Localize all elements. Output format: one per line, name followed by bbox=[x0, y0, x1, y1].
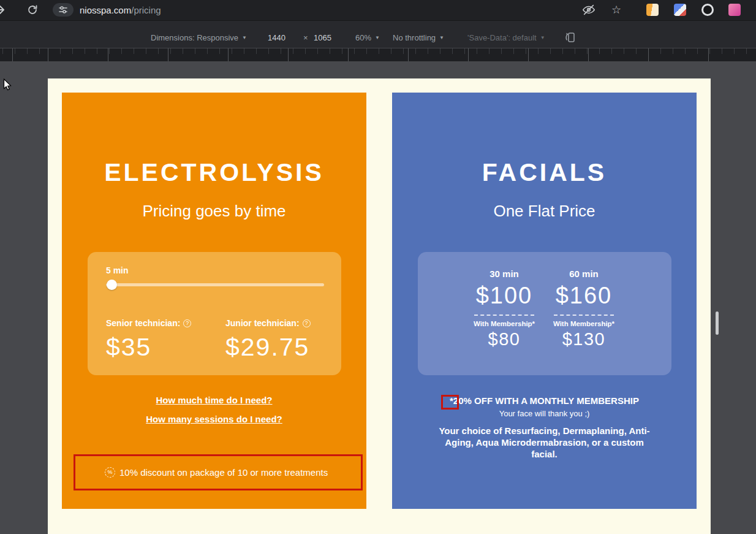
time-slider-value: 5 min bbox=[106, 265, 129, 275]
facials-subtitle: One Flat Price bbox=[392, 202, 697, 221]
facials-price-column-30min: 30 min $100 With Membership* $80 bbox=[461, 269, 547, 349]
membership-price: $80 bbox=[461, 329, 547, 349]
zoom-select[interactable]: 60% ▼ bbox=[355, 33, 380, 42]
electrolysis-card: ELECTROLYSIS Pricing goes by time 5 min … bbox=[62, 93, 366, 509]
link-how-much-time[interactable]: How much time do I need? bbox=[62, 395, 366, 405]
dimensions-label: Dimensions: Responsive bbox=[151, 33, 238, 42]
dashed-divider bbox=[474, 315, 534, 316]
rotate-viewport-button[interactable] bbox=[564, 31, 576, 44]
extension-icon-2[interactable] bbox=[674, 4, 686, 16]
duration-label: 60 min bbox=[541, 269, 627, 279]
extension-icon-1[interactable] bbox=[646, 4, 659, 16]
save-data-value: 'Save-Data': default bbox=[467, 33, 537, 42]
browser-toolbar: niosspa.com/pricing ☆ bbox=[0, 0, 756, 20]
viewport-width-input[interactable]: 1440 bbox=[268, 33, 285, 42]
junior-technician-price: $29.75 bbox=[225, 333, 311, 362]
site-settings-button[interactable] bbox=[53, 3, 74, 17]
mouse-cursor bbox=[3, 78, 13, 92]
price-value: $100 bbox=[461, 283, 547, 309]
facials-price-column-60min: 60 min $160 With Membership* $130 bbox=[541, 269, 627, 349]
membership-label: With Membership* bbox=[541, 320, 627, 327]
address-bar[interactable]: niosspa.com/pricing bbox=[80, 0, 161, 20]
chevron-down-icon: ▼ bbox=[375, 35, 380, 40]
senior-technician-block: Senior technician: ? $35 bbox=[106, 318, 191, 362]
membership-label: With Membership* bbox=[461, 320, 547, 327]
screen: niosspa.com/pricing ☆ Dimensions: Respon… bbox=[0, 0, 756, 534]
facials-panel: 30 min $100 With Membership* $80 60 min … bbox=[418, 252, 671, 375]
membership-promo: *20% OFF WITH A MONTHLY MEMBERSHIP bbox=[392, 395, 697, 406]
duration-label: 30 min bbox=[461, 269, 547, 279]
eye-off-icon[interactable] bbox=[582, 3, 595, 17]
dashed-divider bbox=[554, 315, 614, 316]
promo-highlight-box bbox=[441, 395, 459, 410]
devtools-workspace: ELECTROLYSIS Pricing goes by time 5 min … bbox=[0, 61, 756, 534]
zoom-value: 60% bbox=[355, 33, 371, 42]
junior-technician-label: Junior technician: bbox=[225, 318, 300, 328]
dimensions-times-label: × bbox=[303, 33, 308, 42]
discount-highlight-box: % 10% discount on package of 10 or more … bbox=[74, 454, 363, 490]
chevron-down-icon: ▼ bbox=[540, 35, 545, 40]
electrolysis-links: How much time do I need? How many sessio… bbox=[62, 395, 366, 433]
senior-technician-label: Senior technician: bbox=[106, 318, 180, 328]
throttling-value: No throttling bbox=[393, 33, 436, 42]
membership-price: $130 bbox=[541, 329, 627, 349]
extension-icon-3[interactable] bbox=[701, 4, 714, 16]
chevron-down-icon: ▼ bbox=[439, 35, 444, 40]
forward-icon[interactable] bbox=[0, 4, 6, 16]
throttling-select[interactable]: No throttling ▼ bbox=[393, 33, 444, 42]
reload-button[interactable] bbox=[27, 4, 38, 15]
viewport-resize-handle[interactable] bbox=[716, 311, 719, 335]
dimensions-select[interactable]: Dimensions: Responsive ▼ bbox=[151, 33, 247, 42]
facials-title: FACIALS bbox=[392, 158, 697, 187]
tune-icon bbox=[58, 5, 68, 15]
ruler bbox=[0, 48, 756, 61]
help-icon[interactable]: ? bbox=[183, 319, 191, 327]
url-path: /pricing bbox=[131, 5, 161, 15]
device-toolbar: Dimensions: Responsive ▼ 1440 × 1065 60%… bbox=[0, 20, 756, 48]
time-slider-thumb[interactable] bbox=[107, 280, 117, 290]
link-how-many-sessions[interactable]: How many sessions do I need? bbox=[62, 414, 366, 424]
electrolysis-title: ELECTROLYSIS bbox=[62, 158, 366, 187]
price-value: $160 bbox=[541, 283, 627, 309]
discount-badge-icon: % bbox=[105, 467, 115, 478]
electrolysis-panel: 5 min Senior technician: ? $35 Junior t bbox=[88, 252, 341, 375]
save-data-select[interactable]: 'Save-Data': default ▼ bbox=[467, 33, 545, 42]
bookmark-star-icon[interactable]: ☆ bbox=[611, 2, 621, 18]
facials-description: Your choice of Resurfacing, Dermaplaning… bbox=[433, 425, 656, 460]
viewport-height-input[interactable]: 1065 bbox=[314, 33, 331, 42]
junior-technician-block: Junior technician: ? $29.75 bbox=[225, 318, 311, 362]
time-slider[interactable] bbox=[106, 283, 324, 286]
discount-note: 10% discount on package of 10 or more tr… bbox=[119, 467, 328, 478]
url-host: niosspa.com bbox=[80, 5, 131, 15]
extension-icon-4[interactable] bbox=[728, 4, 741, 16]
page-viewport: ELECTROLYSIS Pricing goes by time 5 min … bbox=[48, 78, 711, 534]
help-icon[interactable]: ? bbox=[303, 319, 311, 327]
membership-promo-sub: Your face will thank you ;) bbox=[392, 409, 697, 418]
facials-card: FACIALS One Flat Price 30 min $100 With … bbox=[392, 93, 697, 509]
electrolysis-subtitle: Pricing goes by time bbox=[62, 202, 366, 221]
chevron-down-icon: ▼ bbox=[242, 35, 247, 40]
senior-technician-price: $35 bbox=[106, 333, 191, 362]
